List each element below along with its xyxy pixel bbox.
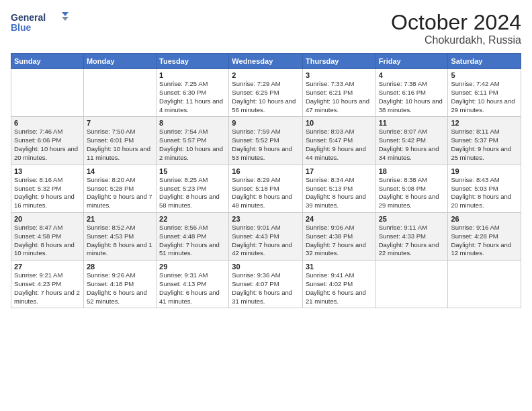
day-cell: 1Sunrise: 7:25 AMSunset: 6:30 PMDaylight…: [157, 69, 229, 117]
day-cell: 5Sunrise: 7:42 AMSunset: 6:11 PMDaylight…: [448, 69, 521, 117]
weekday-header-sunday: Sunday: [11, 54, 84, 69]
day-cell: [448, 261, 521, 308]
title-block: October 2024 Chokurdakh, Russia: [391, 11, 521, 46]
day-number: 28: [87, 263, 153, 271]
day-info: Sunrise: 9:21 AMSunset: 4:23 PMDaylight:…: [14, 271, 81, 306]
day-number: 19: [451, 167, 518, 175]
day-info: Sunrise: 8:29 AMSunset: 5:18 PMDaylight:…: [232, 176, 300, 210]
week-row-3: 13Sunrise: 8:16 AMSunset: 5:32 PMDayligh…: [11, 165, 521, 212]
day-info: Sunrise: 8:11 AMSunset: 5:37 PMDaylight:…: [451, 128, 518, 162]
day-cell: 2Sunrise: 7:29 AMSunset: 6:25 PMDaylight…: [229, 69, 303, 117]
day-cell: 15Sunrise: 8:25 AMSunset: 5:23 PMDayligh…: [157, 165, 229, 212]
day-cell: 10Sunrise: 8:03 AMSunset: 5:47 PMDayligh…: [302, 117, 375, 165]
week-row-4: 20Sunrise: 8:47 AMSunset: 4:58 PMDayligh…: [11, 212, 521, 260]
day-number: 9: [232, 119, 300, 127]
day-info: Sunrise: 7:54 AMSunset: 5:57 PMDaylight:…: [159, 128, 226, 162]
day-info: Sunrise: 7:50 AMSunset: 6:01 PMDaylight:…: [87, 128, 153, 162]
weekday-header-thursday: Thursday: [302, 54, 375, 69]
day-number: 17: [306, 167, 373, 175]
svg-marker-4: [62, 17, 69, 21]
day-number: 23: [232, 215, 300, 223]
day-info: Sunrise: 8:25 AMSunset: 5:23 PMDaylight:…: [159, 176, 226, 210]
weekday-header-wednesday: Wednesday: [229, 54, 303, 69]
weekday-header-tuesday: Tuesday: [157, 54, 229, 69]
day-number: 18: [379, 167, 445, 175]
day-info: Sunrise: 9:31 AMSunset: 4:13 PMDaylight:…: [159, 271, 226, 306]
week-row-2: 6Sunrise: 7:46 AMSunset: 6:06 PMDaylight…: [11, 117, 521, 165]
day-cell: 21Sunrise: 8:52 AMSunset: 4:53 PMDayligh…: [83, 212, 156, 260]
day-cell: 9Sunrise: 7:59 AMSunset: 5:52 PMDaylight…: [229, 117, 303, 165]
day-cell: 17Sunrise: 8:34 AMSunset: 5:13 PMDayligh…: [302, 165, 375, 212]
day-info: Sunrise: 7:46 AMSunset: 6:06 PMDaylight:…: [14, 128, 81, 162]
day-info: Sunrise: 8:47 AMSunset: 4:58 PMDaylight:…: [14, 224, 81, 258]
week-row-1: 1Sunrise: 7:25 AMSunset: 6:30 PMDaylight…: [11, 69, 521, 117]
logo-svg: General Blue: [11, 11, 71, 35]
day-number: 5: [451, 71, 518, 79]
weekday-header-friday: Friday: [375, 54, 448, 69]
day-cell: 24Sunrise: 9:06 AMSunset: 4:38 PMDayligh…: [302, 212, 375, 260]
day-info: Sunrise: 8:52 AMSunset: 4:53 PMDaylight:…: [87, 224, 153, 258]
day-cell: 20Sunrise: 8:47 AMSunset: 4:58 PMDayligh…: [11, 212, 84, 260]
day-cell: 25Sunrise: 9:11 AMSunset: 4:33 PMDayligh…: [375, 212, 448, 260]
day-info: Sunrise: 9:41 AMSunset: 4:02 PMDaylight:…: [306, 271, 373, 306]
svg-text:Blue: Blue: [11, 22, 32, 33]
day-info: Sunrise: 7:33 AMSunset: 6:21 PMDaylight:…: [306, 80, 373, 114]
day-info: Sunrise: 7:38 AMSunset: 6:16 PMDaylight:…: [379, 80, 445, 114]
day-info: Sunrise: 7:42 AMSunset: 6:11 PMDaylight:…: [451, 80, 518, 114]
day-number: 7: [87, 119, 153, 127]
day-number: 13: [14, 167, 81, 175]
week-row-5: 27Sunrise: 9:21 AMSunset: 4:23 PMDayligh…: [11, 261, 521, 308]
day-cell: 6Sunrise: 7:46 AMSunset: 6:06 PMDaylight…: [11, 117, 84, 165]
day-info: Sunrise: 7:25 AMSunset: 6:30 PMDaylight:…: [159, 80, 226, 114]
day-info: Sunrise: 8:34 AMSunset: 5:13 PMDaylight:…: [306, 176, 373, 210]
day-number: 4: [379, 71, 445, 79]
day-number: 27: [14, 263, 81, 271]
day-number: 22: [159, 215, 226, 223]
weekday-header-saturday: Saturday: [448, 54, 521, 69]
day-number: 15: [159, 167, 226, 175]
calendar-table: SundayMondayTuesdayWednesdayThursdayFrid…: [11, 53, 521, 308]
logo: General Blue: [11, 11, 71, 35]
day-number: 3: [306, 71, 373, 79]
day-number: 20: [14, 215, 81, 223]
weekday-header-monday: Monday: [83, 54, 156, 69]
day-cell: 11Sunrise: 8:07 AMSunset: 5:42 PMDayligh…: [375, 117, 448, 165]
day-cell: 31Sunrise: 9:41 AMSunset: 4:02 PMDayligh…: [302, 261, 375, 308]
day-info: Sunrise: 9:06 AMSunset: 4:38 PMDaylight:…: [306, 224, 373, 258]
day-number: 2: [232, 71, 300, 79]
day-cell: 28Sunrise: 9:26 AMSunset: 4:18 PMDayligh…: [83, 261, 156, 308]
day-cell: 22Sunrise: 8:56 AMSunset: 4:48 PMDayligh…: [157, 212, 229, 260]
day-info: Sunrise: 8:56 AMSunset: 4:48 PMDaylight:…: [159, 224, 226, 258]
day-info: Sunrise: 8:43 AMSunset: 5:03 PMDaylight:…: [451, 176, 518, 210]
day-cell: 27Sunrise: 9:21 AMSunset: 4:23 PMDayligh…: [11, 261, 84, 308]
day-number: 12: [451, 119, 518, 127]
day-number: 26: [451, 215, 518, 223]
day-info: Sunrise: 8:16 AMSunset: 5:32 PMDaylight:…: [14, 176, 81, 210]
day-info: Sunrise: 8:07 AMSunset: 5:42 PMDaylight:…: [379, 128, 445, 162]
day-info: Sunrise: 7:59 AMSunset: 5:52 PMDaylight:…: [232, 128, 300, 162]
day-cell: 16Sunrise: 8:29 AMSunset: 5:18 PMDayligh…: [229, 165, 303, 212]
svg-marker-3: [62, 12, 69, 16]
day-number: 16: [232, 167, 300, 175]
day-cell: 23Sunrise: 9:01 AMSunset: 4:43 PMDayligh…: [229, 212, 303, 260]
day-info: Sunrise: 9:16 AMSunset: 4:28 PMDaylight:…: [451, 224, 518, 258]
calendar-title: October 2024: [391, 11, 521, 34]
day-number: 24: [306, 215, 373, 223]
day-info: Sunrise: 9:11 AMSunset: 4:33 PMDaylight:…: [379, 224, 445, 258]
day-number: 25: [379, 215, 445, 223]
day-info: Sunrise: 9:36 AMSunset: 4:07 PMDaylight:…: [232, 271, 300, 306]
day-cell: [11, 69, 84, 117]
day-cell: 7Sunrise: 7:50 AMSunset: 6:01 PMDaylight…: [83, 117, 156, 165]
day-number: 6: [14, 119, 81, 127]
day-cell: 8Sunrise: 7:54 AMSunset: 5:57 PMDaylight…: [157, 117, 229, 165]
day-info: Sunrise: 7:29 AMSunset: 6:25 PMDaylight:…: [232, 80, 300, 114]
day-number: 11: [379, 119, 445, 127]
day-info: Sunrise: 8:20 AMSunset: 5:28 PMDaylight:…: [87, 176, 153, 210]
day-cell: 30Sunrise: 9:36 AMSunset: 4:07 PMDayligh…: [229, 261, 303, 308]
header: General Blue October 2024 Chokurdakh, Ru…: [11, 11, 521, 46]
page: General Blue October 2024 Chokurdakh, Ru…: [0, 0, 532, 411]
calendar-subtitle: Chokurdakh, Russia: [391, 34, 521, 46]
day-info: Sunrise: 9:01 AMSunset: 4:43 PMDaylight:…: [232, 224, 300, 258]
day-info: Sunrise: 8:38 AMSunset: 5:08 PMDaylight:…: [379, 176, 445, 210]
day-number: 10: [306, 119, 373, 127]
